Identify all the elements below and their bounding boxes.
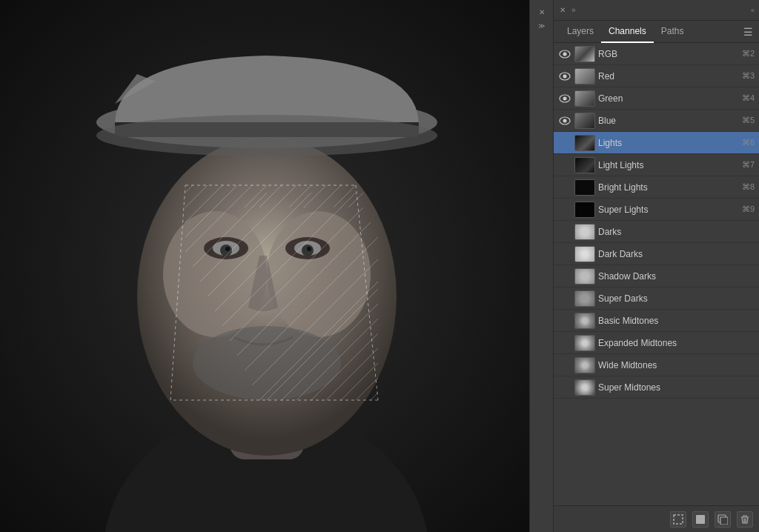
channel-item-green[interactable]: Green⌘4 xyxy=(554,87,759,110)
channel-thumb-darks xyxy=(574,224,595,240)
channel-thumb-super-darks xyxy=(574,290,595,307)
channel-item-rgb[interactable]: RGB⌘2 xyxy=(554,43,759,65)
channel-shortcut-green: ⌘4 xyxy=(742,93,755,103)
channel-name-basic-midtones: Basic Midtones xyxy=(598,316,755,326)
channel-thumb-lights xyxy=(574,135,595,151)
channel-thumb-red xyxy=(574,68,595,84)
channel-shortcut-rgb: ⌘2 xyxy=(742,49,755,59)
panel-expand-button[interactable]: ≫ xyxy=(537,21,547,31)
channel-name-lights: Lights xyxy=(598,138,739,148)
main-panel: ✕ » « Layers Channels Paths ☰ RGB⌘2 Red⌘… xyxy=(553,0,759,532)
channel-shortcut-bright-lights: ⌘8 xyxy=(742,182,755,192)
svg-rect-77 xyxy=(720,517,728,525)
channel-thumb-shadow-darks xyxy=(574,268,595,285)
svg-point-71 xyxy=(563,96,567,100)
channel-item-light-lights[interactable]: Light Lights⌘7 xyxy=(554,154,759,176)
visibility-icon-bright-lights[interactable] xyxy=(558,181,571,194)
channel-name-light-lights: Light Lights xyxy=(598,160,739,170)
load-selection-button[interactable] xyxy=(670,511,686,528)
channel-thumb-super-midtones xyxy=(574,379,595,396)
svg-rect-74 xyxy=(674,515,683,524)
visibility-icon-wide-midtones[interactable] xyxy=(558,359,571,372)
tab-paths[interactable]: Paths xyxy=(654,21,692,43)
channel-item-shadow-darks[interactable]: Shadow Darks xyxy=(554,265,759,287)
panel-options-right[interactable]: « xyxy=(751,7,755,14)
visibility-icon-dark-darks[interactable] xyxy=(558,247,571,261)
channel-name-super-darks: Super Darks xyxy=(598,293,755,304)
channel-thumb-bright-lights xyxy=(574,179,595,196)
channel-thumb-basic-midtones xyxy=(574,313,595,329)
panel-close-x[interactable]: ✕ xyxy=(558,6,567,15)
channel-thumb-dark-darks xyxy=(574,246,595,262)
channel-name-green: Green xyxy=(598,93,739,104)
channel-name-dark-darks: Dark Darks xyxy=(598,249,755,259)
channel-item-wide-midtones[interactable]: Wide Midtones xyxy=(554,354,759,376)
visibility-icon-super-darks[interactable] xyxy=(558,292,571,305)
panel-tabs: Layers Channels Paths ☰ xyxy=(554,21,759,43)
tab-channels[interactable]: Channels xyxy=(601,21,654,43)
visibility-icon-super-lights[interactable] xyxy=(558,203,571,216)
channel-item-darks[interactable]: Darks xyxy=(554,221,759,243)
channel-item-bright-lights[interactable]: Bright Lights⌘8 xyxy=(554,176,759,199)
svg-point-15 xyxy=(307,247,311,251)
panel-header: ✕ » « xyxy=(554,0,759,21)
channel-shortcut-light-lights: ⌘7 xyxy=(742,160,755,170)
channel-item-super-lights[interactable]: Super Lights⌘9 xyxy=(554,199,759,221)
channel-shortcut-red: ⌘3 xyxy=(742,71,755,81)
panel-collapse[interactable]: » xyxy=(571,6,576,14)
channel-list[interactable]: RGB⌘2 Red⌘3 Green⌘4 Blue⌘5Lights⌘6Light … xyxy=(554,43,759,505)
channel-name-super-lights: Super Lights xyxy=(598,205,739,215)
svg-point-67 xyxy=(563,52,567,56)
channel-name-super-midtones: Super Midtones xyxy=(598,382,755,393)
visibility-icon-basic-midtones[interactable] xyxy=(558,314,571,327)
svg-point-14 xyxy=(225,247,230,251)
channel-thumb-blue xyxy=(574,113,595,129)
visibility-icon-darks[interactable] xyxy=(558,225,571,239)
visibility-icon-lights[interactable] xyxy=(558,136,571,150)
channel-name-blue: Blue xyxy=(598,116,739,126)
channel-name-red: Red xyxy=(598,71,739,82)
visibility-icon-blue[interactable] xyxy=(558,114,571,127)
visibility-icon-red[interactable] xyxy=(558,70,571,83)
visibility-icon-shadow-darks[interactable] xyxy=(558,270,571,283)
channel-item-super-midtones[interactable]: Super Midtones xyxy=(554,376,759,399)
visibility-icon-green[interactable] xyxy=(558,92,571,105)
channel-thumb-green xyxy=(574,90,595,107)
panel-close-button[interactable]: ✕ xyxy=(537,7,546,16)
visibility-icon-rgb[interactable] xyxy=(558,47,571,61)
channel-item-basic-midtones[interactable]: Basic Midtones xyxy=(554,310,759,332)
channel-name-shadow-darks: Shadow Darks xyxy=(598,271,755,282)
panel-sidebar: ✕ ≫ xyxy=(529,0,553,532)
channel-item-super-darks[interactable]: Super Darks xyxy=(554,287,759,310)
channel-thumb-rgb xyxy=(574,46,595,62)
channels-panel: ✕ ≫ ✕ » « Layers Channels Paths ☰ RGB⌘2 xyxy=(529,0,759,532)
new-channel-button[interactable] xyxy=(715,511,731,528)
svg-rect-75 xyxy=(696,515,705,524)
channel-item-blue[interactable]: Blue⌘5 xyxy=(554,110,759,132)
channel-item-lights[interactable]: Lights⌘6 xyxy=(554,132,759,154)
panel-footer xyxy=(554,505,759,532)
channel-shortcut-super-lights: ⌘9 xyxy=(742,205,755,214)
visibility-icon-super-midtones[interactable] xyxy=(558,381,571,394)
channel-name-darks: Darks xyxy=(598,227,755,237)
channel-name-rgb: RGB xyxy=(598,49,739,59)
channel-thumb-expanded-midtones xyxy=(574,335,595,351)
channel-item-dark-darks[interactable]: Dark Darks xyxy=(554,243,759,265)
channel-name-bright-lights: Bright Lights xyxy=(598,182,739,193)
channel-shortcut-lights: ⌘6 xyxy=(742,138,755,147)
svg-point-69 xyxy=(563,74,567,78)
panel-menu-icon[interactable]: ☰ xyxy=(743,26,753,38)
panel-header-controls: ✕ » xyxy=(558,6,576,15)
channel-thumb-wide-midtones xyxy=(574,357,595,373)
channel-item-red[interactable]: Red⌘3 xyxy=(554,65,759,87)
save-channel-button[interactable] xyxy=(692,511,709,528)
channel-item-expanded-midtones[interactable]: Expanded Midtones xyxy=(554,332,759,354)
svg-point-73 xyxy=(563,119,567,122)
channel-shortcut-blue: ⌘5 xyxy=(742,116,755,125)
visibility-icon-light-lights[interactable] xyxy=(558,159,571,172)
visibility-icon-expanded-midtones[interactable] xyxy=(558,336,571,350)
channel-name-expanded-midtones: Expanded Midtones xyxy=(598,338,755,348)
channel-name-wide-midtones: Wide Midtones xyxy=(598,360,755,370)
delete-channel-button[interactable] xyxy=(737,511,753,528)
tab-layers[interactable]: Layers xyxy=(560,21,601,43)
